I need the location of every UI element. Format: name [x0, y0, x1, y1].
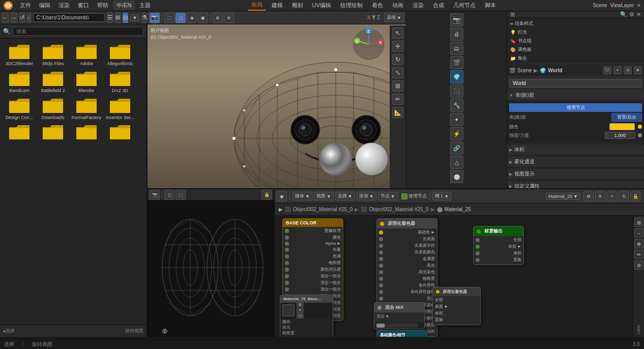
node-new-icon[interactable]: +	[607, 191, 617, 201]
parent-button[interactable]: ↑	[27, 13, 31, 23]
world-props-icon[interactable]: 🌍	[450, 70, 463, 83]
slot-dropdown[interactable]: 槽 1 ▼	[432, 192, 451, 200]
output-props-icon[interactable]: 🖨	[450, 27, 463, 41]
annotate-tool[interactable]: ✏	[392, 94, 403, 105]
volume-header[interactable]: ▶ 体积	[507, 144, 644, 155]
blender-logo[interactable]	[3, 1, 13, 11]
mini-wireframe-icon[interactable]: ◻	[164, 190, 174, 200]
node-mode-dropdown[interactable]: 微体 ▼	[292, 192, 312, 200]
mix-node[interactable]: 混合 MIX 混合 ►	[374, 302, 425, 329]
folder-downloads[interactable]: Downloads	[38, 97, 68, 121]
search-outliner-icon[interactable]: 🔍	[620, 11, 627, 18]
path-input[interactable]	[33, 13, 105, 22]
material-props-icon[interactable]: ⬤	[450, 170, 463, 183]
transform-tool[interactable]: ⊞	[392, 80, 403, 92]
folder-extra2[interactable]	[38, 123, 68, 141]
tab-sculpt[interactable]: 雕刻	[288, 1, 307, 10]
world-shield-icon[interactable]: 🛡	[603, 66, 611, 74]
breadcrumb-item2[interactable]: Object002_Material #25_0	[369, 207, 428, 212]
tab-shading[interactable]: 着色	[368, 1, 387, 10]
menu-help[interactable]: 帮助	[94, 1, 112, 10]
menu-file[interactable]: 文件	[16, 1, 35, 10]
use-node-button[interactable]: 使用节点	[509, 103, 642, 112]
folder-daz3d[interactable]: DAZ 3D	[105, 70, 135, 94]
base-color-detail-node[interactable]: 基础颜色/细节 颜色	[376, 330, 427, 337]
scene-props-icon[interactable]: 🎬	[450, 56, 463, 69]
move-tool[interactable]: ✛	[392, 41, 403, 52]
nav-gizmo[interactable]: Y X Z	[351, 26, 387, 63]
settings-outliner-icon[interactable]: ⚙	[629, 11, 634, 18]
color-swatch[interactable]	[609, 123, 635, 130]
node-duplicate-icon[interactable]: ⎘	[619, 191, 629, 201]
menu-edit[interactable]: 编辑	[36, 1, 54, 10]
node-tool-2[interactable]: ↔	[634, 228, 643, 238]
tab-scripting[interactable]: 脚本	[481, 1, 500, 10]
constraints-props-icon[interactable]: 🔗	[450, 141, 463, 155]
outline-item-palette[interactable]: 🎨 调色板	[508, 45, 643, 54]
object-props-icon[interactable]: ⬛	[450, 84, 463, 98]
overlays-button[interactable]: ⊕	[213, 13, 223, 23]
view-layer-props-icon[interactable]: 🗂	[450, 42, 463, 55]
mini-view-mode[interactable]: 📷	[150, 190, 160, 200]
node-dropdown[interactable]: 节点 ▼	[378, 192, 398, 200]
select-mode-dropdown[interactable]: 选项 ▼	[384, 13, 404, 22]
cursor-tool[interactable]: ↖	[392, 27, 403, 39]
menu-lang[interactable]: 中/EN	[113, 1, 135, 10]
mix-slider-track[interactable]	[376, 324, 418, 328]
view-dropdown[interactable]: 视图 ▼	[314, 192, 334, 200]
breadcrumb-item1[interactable]: Object002_Material #25_0	[293, 207, 353, 212]
use-node-checkbox[interactable]	[401, 193, 407, 199]
tex-unlink-icon[interactable]: ✕	[297, 308, 304, 313]
add-dropdown[interactable]: 添加 ▼	[357, 192, 376, 200]
select-dropdown[interactable]: 选择 ▼	[335, 192, 355, 200]
measure-tool[interactable]: 📐	[392, 107, 403, 118]
modifier-props-icon[interactable]: 🔧	[450, 99, 463, 112]
surface-prop-value[interactable]: 背景/后台	[611, 113, 642, 122]
outline-item-linestyle[interactable]: ━ 结条样式	[508, 19, 643, 28]
search-input[interactable]	[13, 27, 143, 36]
back-button[interactable]: ←	[2, 13, 9, 23]
node-unlink-icon[interactable]: 🔓	[630, 191, 640, 201]
filter-button[interactable]: ⚗	[141, 13, 148, 23]
view-details-button[interactable]: ⊞	[115, 13, 121, 23]
world-name-input[interactable]	[509, 79, 642, 88]
folder-bandicam[interactable]: Bandicam	[4, 70, 35, 94]
node-tool-5[interactable]: ⊚	[634, 260, 643, 270]
menu-render[interactable]: 渲染	[55, 1, 73, 10]
solid-mode-icon[interactable]: ⬚	[164, 13, 174, 23]
menu-theme[interactable]: 主题	[136, 1, 154, 10]
rotate-tool[interactable]: ↻	[392, 54, 403, 65]
folder-adobe[interactable]: Adobe	[71, 43, 102, 67]
gizmos-button[interactable]: ⊚	[224, 13, 234, 23]
material-mode-icon[interactable]: ◈	[187, 13, 197, 23]
physics-props-icon[interactable]: ⚡	[450, 127, 463, 140]
ambient-occlusion-header[interactable]: ▶ 雾化通道	[507, 157, 644, 167]
sort-dropdown[interactable]: ▼	[130, 14, 140, 21]
folder-battlefield[interactable]: Battlefield 2	[38, 70, 68, 94]
folder-formatfactory[interactable]: FormatFactory	[71, 97, 102, 121]
surface-header[interactable]: ▼ 表(曲)面	[507, 90, 644, 100]
principled-bsdf-2-node[interactable]: 原理化着色器 全部 表面 ► 体积 置换	[432, 287, 481, 325]
node-view-icon[interactable]: ◉	[277, 191, 287, 201]
node-tool-4[interactable]: ✏	[634, 250, 643, 259]
window-controls[interactable]: ✕	[637, 3, 641, 8]
tab-modeling[interactable]: 建模	[268, 1, 286, 10]
folder-inventor[interactable]: Inventor Ser...	[105, 97, 135, 121]
3d-viewport[interactable]: 📷 ⬚ ◻ ◈ ◉ ⊕ ⊚ X Y Z	[148, 11, 406, 188]
folder-360js[interactable]: 360js Files	[38, 43, 68, 67]
node-tool-3[interactable]: ⊕	[634, 239, 643, 248]
folder-3dc2blender[interactable]: 3DC2Blender	[4, 43, 35, 67]
tex-fakes-icon[interactable]: 🛡	[297, 313, 304, 318]
view-list-button[interactable]: ☰	[107, 13, 113, 23]
forward-button[interactable]: →	[11, 13, 17, 23]
mini-solid-icon[interactable]: ⬚	[175, 190, 186, 200]
folder-extra3[interactable]	[71, 123, 102, 141]
world-new-icon[interactable]: +	[613, 66, 622, 74]
render-props-icon[interactable]: 📷	[450, 13, 463, 26]
strength-value[interactable]: 1.000	[605, 132, 635, 139]
outline-item-bookmarks[interactable]: 🔖 书点组	[508, 37, 643, 45]
scale-tool[interactable]: ⤡	[392, 67, 403, 78]
outline-item-lights[interactable]: 💡 灯光	[508, 28, 643, 37]
wireframe-mode-icon[interactable]: ◻	[175, 13, 186, 23]
close-outliner-icon[interactable]: ✕	[636, 11, 641, 18]
